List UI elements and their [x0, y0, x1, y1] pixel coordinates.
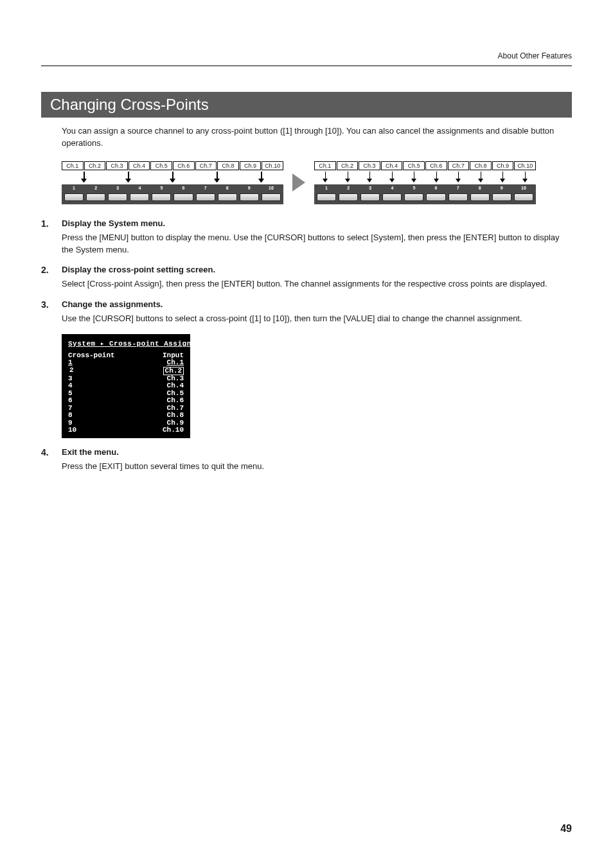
- channel-label: Ch.6: [173, 161, 195, 170]
- hardware-button: [381, 193, 403, 201]
- step: 2.Display the cross-point setting screen…: [41, 265, 572, 290]
- button-number: 1: [63, 186, 85, 190]
- section-title: Changing Cross-Points: [41, 92, 572, 118]
- arrow-down-icon: [161, 170, 184, 184]
- hardware-button: [172, 193, 194, 201]
- menu-row: 5Ch.5: [68, 390, 184, 398]
- hardware-button: [425, 193, 447, 201]
- button-number: 10: [260, 186, 282, 190]
- channel-label: Ch.8: [217, 161, 239, 170]
- button-number: 5: [150, 186, 172, 190]
- step: 3.Change the assignments.Use the [CURSOR…: [41, 299, 572, 325]
- menu-row-crosspoint: 2: [68, 367, 75, 375]
- hardware-button: [129, 193, 150, 201]
- step-number: 1.: [41, 218, 62, 256]
- document-page: About Other Features Changing Cross-Poin…: [0, 0, 613, 504]
- channel-label: Ch.4: [129, 161, 150, 170]
- arrow-down-icon: [117, 170, 139, 184]
- menu-row: 4Ch.4: [68, 382, 184, 390]
- step-title: Display the System menu.: [62, 218, 572, 228]
- hardware-button: [107, 193, 129, 201]
- diagram-right-panel: Ch.1Ch.2Ch.3Ch.4Ch.5Ch.6Ch.7Ch.8Ch.9Ch.1…: [314, 161, 536, 204]
- button-number: 3: [359, 186, 381, 190]
- arrow-down-icon: [206, 170, 228, 184]
- menu-title: System ▸ Cross-point Assign: [68, 339, 184, 348]
- hardware-button: [491, 193, 513, 201]
- arrow-down-icon: [514, 170, 537, 184]
- button-number: 8: [469, 186, 491, 190]
- menu-row: 2Ch.2: [68, 367, 184, 375]
- arrow-down-icon: [447, 170, 470, 184]
- hardware-button: [195, 193, 217, 201]
- diagram-left-panel: Ch.1Ch.2Ch.3Ch.4Ch.5Ch.6Ch.7Ch.8Ch.9Ch.1…: [62, 161, 283, 204]
- menu-row: 8Ch.8: [68, 412, 184, 420]
- menu-row: 10Ch.10: [68, 427, 184, 434]
- hardware-button: [260, 193, 282, 201]
- step-content: Exit the menu.Press the [EXIT] button se…: [62, 447, 572, 473]
- arrow-down-icon: [381, 170, 404, 184]
- step-content: Change the assignments.Use the [CURSOR] …: [62, 299, 572, 325]
- button-number: 8: [217, 186, 238, 190]
- channel-label: Ch.10: [514, 161, 536, 170]
- button-number: 7: [447, 186, 469, 190]
- menu-col-left: Cross-point: [68, 351, 115, 359]
- physical-buttons-row: [62, 191, 283, 204]
- arrow-down-icon: [73, 170, 95, 184]
- channel-label: Ch.5: [150, 161, 172, 170]
- channel-labels-row: Ch.1Ch.2Ch.3Ch.4Ch.5Ch.6Ch.7Ch.8Ch.9Ch.1…: [62, 161, 283, 170]
- channel-label: Ch.7: [195, 161, 217, 170]
- hardware-button: [337, 193, 359, 201]
- step-content: Display the cross-point setting screen.S…: [62, 265, 572, 290]
- physical-buttons-row: [314, 191, 536, 204]
- channel-label: Ch.10: [262, 161, 283, 170]
- channel-label: Ch.2: [337, 161, 359, 170]
- step-body: Press the [EXIT] button several times to…: [62, 461, 572, 473]
- hardware-button: [238, 193, 260, 201]
- menu-row: 7Ch.7: [68, 405, 184, 412]
- menu-row-crosspoint: 10: [68, 427, 76, 434]
- channel-label: Ch.3: [359, 161, 380, 170]
- arrow-right-icon: [292, 173, 305, 191]
- hardware-button: [217, 193, 238, 201]
- channel-label: Ch.9: [492, 161, 514, 170]
- step-number: 2.: [41, 265, 62, 290]
- hardware-button: [403, 193, 425, 201]
- step-body: Select [Cross-point Assign], then press …: [62, 278, 572, 290]
- arrow-down-icon: [250, 170, 272, 184]
- page-header: About Other Features: [41, 51, 572, 60]
- step-number: 3.: [41, 299, 62, 325]
- channel-label: Ch.2: [84, 161, 106, 170]
- steps-list-continued: 4.Exit the menu.Press the [EXIT] button …: [41, 447, 572, 473]
- menu-row: 3Ch.3: [68, 375, 184, 383]
- channel-labels-row: Ch.1Ch.2Ch.3Ch.4Ch.5Ch.6Ch.7Ch.8Ch.9Ch.1…: [314, 161, 536, 170]
- arrow-down-icon: [359, 170, 381, 184]
- button-number-bar: 12345678910: [62, 184, 283, 191]
- channel-label: Ch.9: [240, 161, 262, 170]
- button-number: 6: [172, 186, 194, 190]
- arrow-down-icon: [470, 170, 492, 184]
- button-number: 2: [85, 186, 107, 190]
- arrow-row: [62, 170, 283, 184]
- hardware-button: [513, 193, 535, 201]
- arrow-down-icon: [403, 170, 425, 184]
- menu-row-crosspoint: 1: [68, 359, 73, 367]
- button-number: 5: [403, 186, 425, 190]
- button-number: 6: [425, 186, 447, 190]
- hardware-button: [469, 193, 491, 201]
- page-number: 49: [560, 823, 572, 835]
- menu-row: 1Ch.1: [68, 359, 184, 367]
- button-number: 9: [491, 186, 513, 190]
- menu-rows: 1Ch.12Ch.23Ch.34Ch.45Ch.56Ch.67Ch.78Ch.8…: [68, 359, 184, 434]
- hardware-button: [63, 193, 85, 201]
- menu-row-input: Ch.10: [163, 427, 184, 434]
- section-body: You can assign a source channel to any c…: [41, 125, 572, 204]
- hardware-button: [359, 193, 381, 201]
- header-rule: [41, 66, 572, 66]
- breadcrumb: About Other Features: [498, 51, 572, 60]
- step-body: Press the [MENU] button to display the m…: [62, 232, 572, 256]
- step: 4.Exit the menu.Press the [EXIT] button …: [41, 447, 572, 473]
- button-number: 7: [195, 186, 217, 190]
- channel-label: Ch.7: [448, 161, 470, 170]
- channel-label: Ch.5: [403, 161, 425, 170]
- crosspoint-diagram: Ch.1Ch.2Ch.3Ch.4Ch.5Ch.6Ch.7Ch.8Ch.9Ch.1…: [62, 161, 572, 204]
